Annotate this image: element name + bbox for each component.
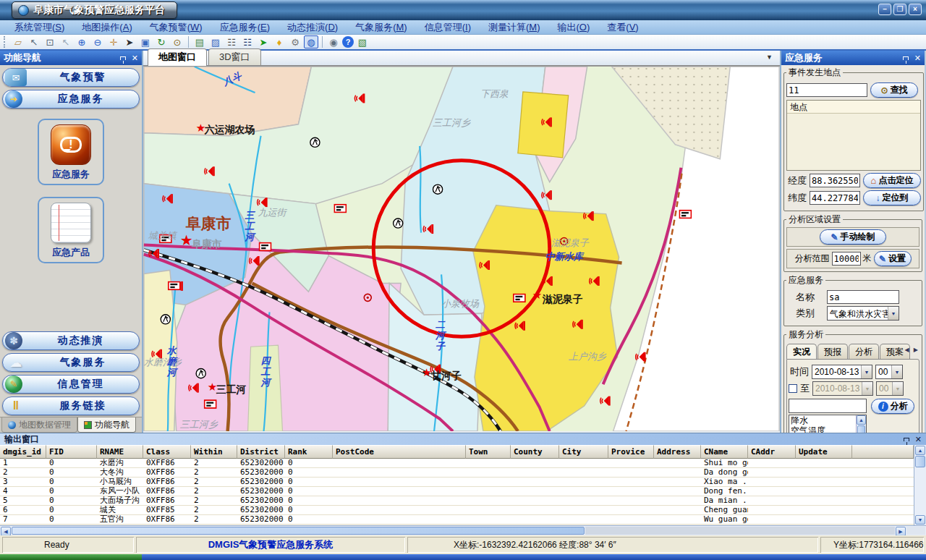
- scroll-down-icon[interactable]: ▼: [915, 515, 925, 525]
- sidebar-item-bottom-1[interactable]: 气象服务: [2, 353, 140, 372]
- analysis-tab-0[interactable]: 实况: [786, 344, 817, 359]
- map-tab-0[interactable]: 地图窗口: [148, 48, 207, 66]
- set-range-button[interactable]: 设置: [874, 251, 912, 266]
- menu-item-M[interactable]: 测量计算(M): [480, 21, 549, 34]
- analysis-tab-2[interactable]: 分析: [849, 344, 879, 359]
- click-locate-button[interactable]: 点击定位: [863, 173, 921, 188]
- column-header-Within[interactable]: Within: [191, 445, 237, 459]
- zoom-scale-icon[interactable]: ⊙: [170, 35, 184, 48]
- close-icon[interactable]: [915, 436, 922, 444]
- select-area-icon[interactable]: ↖: [59, 35, 73, 48]
- element-list-item-1[interactable]: 空气温度: [791, 425, 856, 433]
- left-panel-tab-1[interactable]: 功能导航: [77, 417, 136, 433]
- pin-marker-icon[interactable]: ♦: [272, 35, 286, 48]
- element-list-scrollbar[interactable]: ▲: [856, 415, 866, 433]
- goto-button[interactable]: 定位到: [863, 190, 921, 205]
- service-type-combo[interactable]: 气象和洪水灾害: [827, 306, 899, 321]
- element-list[interactable]: 降水空气温度 ▲: [789, 415, 867, 433]
- menu-item-A[interactable]: 地图操作(A): [73, 21, 140, 34]
- tool-button-0[interactable]: 应急服务: [38, 119, 104, 185]
- column-header-County[interactable]: County: [511, 445, 559, 459]
- map-tab-dropdown-icon[interactable]: [766, 54, 773, 61]
- table-row[interactable]: 60城关0XFF8526523020000Cheng guan: [0, 506, 914, 515]
- menu-item-W[interactable]: 气象预警(W): [141, 21, 211, 34]
- table-row[interactable]: 50大面场子沟0XFF8626523020000Da mian ...: [0, 496, 914, 506]
- pan-icon[interactable]: ✛: [106, 35, 121, 48]
- menu-item-I[interactable]: 信息管理(I): [416, 21, 480, 34]
- column-header-CName[interactable]: CName: [701, 445, 748, 459]
- restore-button[interactable]: ❐: [893, 4, 906, 15]
- column-header-Town[interactable]: Town: [466, 445, 511, 459]
- print-icon[interactable]: ☷: [224, 35, 239, 48]
- column-header-CAddr[interactable]: CAddr: [748, 445, 796, 459]
- element-list-item-0[interactable]: 降水: [791, 415, 856, 425]
- map-view-icon[interactable]: ▤: [192, 35, 207, 48]
- select-box-icon[interactable]: ⊡: [43, 35, 57, 48]
- globe-icon[interactable]: ◍: [304, 35, 318, 48]
- column-header-Class[interactable]: Class: [143, 445, 191, 459]
- pin-icon[interactable]: [903, 56, 909, 60]
- sidebar-item-top-1[interactable]: 应急服务: [2, 90, 140, 109]
- map-tab-1[interactable]: 3D窗口: [208, 48, 261, 65]
- pointer-icon[interactable]: ➤: [122, 35, 137, 48]
- table-horizontal-scrollbar[interactable]: ◀ ▶: [0, 525, 926, 535]
- chevron-down-icon[interactable]: [888, 307, 899, 320]
- menu-item-S[interactable]: 系统管理(S): [6, 21, 73, 34]
- zoom-out-icon[interactable]: ⊖: [90, 35, 105, 48]
- column-header-Address[interactable]: Address: [654, 445, 701, 459]
- scroll-up-icon[interactable]: ▲: [915, 446, 925, 455]
- search-button[interactable]: 查找: [870, 82, 918, 98]
- close-button[interactable]: ×: [909, 4, 922, 15]
- map-canvas[interactable]: ★★★★★ 八斗六运湖农场三工河乡下西泉九运街阜康市城关镇阜康市三工河滋泥泉子中…: [143, 66, 780, 431]
- select-cursor-icon[interactable]: ↖: [27, 35, 41, 48]
- help-icon[interactable]: ?: [342, 36, 354, 48]
- column-header-Provice[interactable]: Provice: [608, 445, 654, 459]
- analysis-tab-1[interactable]: 预报: [817, 344, 848, 359]
- column-header-Update[interactable]: Update: [796, 445, 852, 459]
- toolbar-grip[interactable]: [4, 36, 8, 48]
- column-header-dmgis_id[interactable]: dmgis_id: [0, 445, 46, 459]
- menu-item-D[interactable]: 动态推演(D): [279, 21, 347, 34]
- table-row[interactable]: 40东风一小队0XFF8626523020000Dong fen...: [0, 487, 914, 496]
- table-row[interactable]: 10水磨沟0XFF8626523020000Shui mo gou: [0, 459, 914, 468]
- pointer-green-icon[interactable]: ➤: [256, 35, 271, 48]
- scroll-up-icon[interactable]: ▲: [857, 415, 866, 425]
- table-vertical-scrollbar[interactable]: ▲ ▼: [914, 445, 926, 525]
- element-filter-input[interactable]: [789, 399, 867, 413]
- sidebar-item-bottom-0[interactable]: 动态推演: [2, 331, 140, 350]
- minimize-button[interactable]: –: [878, 4, 891, 15]
- table-row[interactable]: 70五官沟0XFF8626523020000Wu guan gou: [0, 515, 914, 525]
- menu-item-V[interactable]: 查看(V): [598, 21, 647, 34]
- scrollbar-thumb[interactable]: [915, 456, 925, 467]
- measure-icon[interactable]: ▱: [11, 35, 25, 48]
- analyze-button[interactable]: 分析: [871, 399, 914, 414]
- chevron-down-icon[interactable]: [861, 365, 872, 378]
- scrollbar-thumb[interactable]: [12, 527, 585, 535]
- picture-icon[interactable]: ▧: [355, 35, 370, 48]
- manual-draw-button[interactable]: 手动绘制: [820, 229, 886, 245]
- close-icon[interactable]: [132, 54, 138, 62]
- left-panel-tab-0[interactable]: 地图数据管理: [1, 417, 77, 433]
- service-name-input[interactable]: [827, 290, 899, 304]
- column-header-Rank[interactable]: Rank: [285, 445, 333, 459]
- menu-item-O[interactable]: 输出(O): [549, 21, 599, 34]
- column-header-FID[interactable]: FID: [46, 445, 97, 459]
- full-extent-icon[interactable]: ▣: [138, 35, 153, 48]
- menu-item-M[interactable]: 气象服务(M): [347, 21, 416, 34]
- sidebar-item-bottom-3[interactable]: 服务链接: [2, 396, 140, 415]
- table-row[interactable]: 20大冬沟0XFF8626523020000Da dong gou: [0, 468, 914, 478]
- column-header-District[interactable]: District: [237, 445, 285, 459]
- location-result-list[interactable]: 地点: [786, 100, 921, 171]
- latitude-input[interactable]: [810, 191, 860, 205]
- close-icon[interactable]: [914, 54, 921, 62]
- longitude-input[interactable]: [810, 174, 860, 187]
- zoom-in-icon[interactable]: ⊕: [75, 35, 89, 48]
- gear-icon[interactable]: ⚙: [288, 35, 302, 48]
- scrollbar-track[interactable]: [585, 527, 895, 535]
- location-search-input[interactable]: [786, 83, 867, 97]
- to-checkbox[interactable]: [789, 384, 797, 393]
- sidebar-item-top-0[interactable]: 气象预警: [2, 68, 140, 87]
- range-input[interactable]: [832, 252, 861, 266]
- print-preview-icon[interactable]: ☷: [240, 35, 255, 48]
- menu-item-E[interactable]: 应急服务(E): [211, 21, 279, 34]
